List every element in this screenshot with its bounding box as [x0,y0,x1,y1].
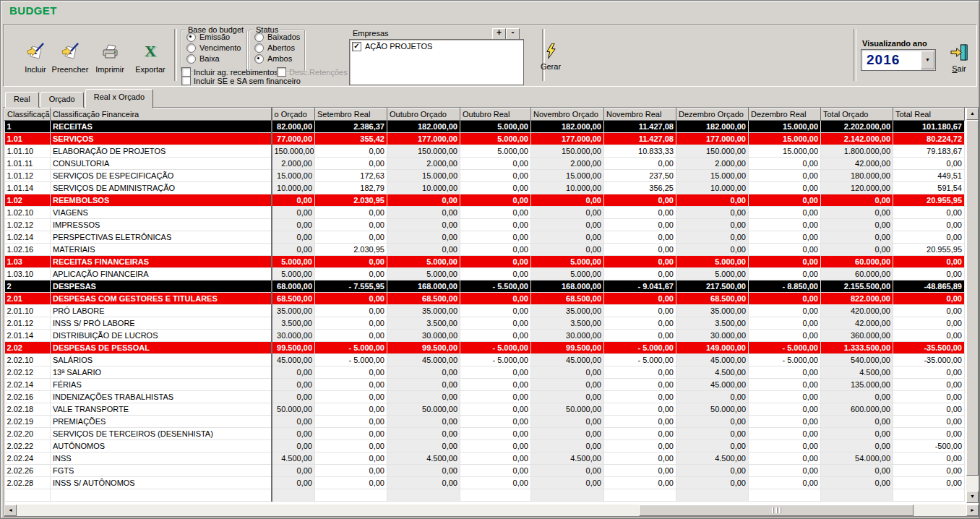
table-row[interactable]: 2.02.14FÉRIAS0,000,000,000,000,000,0045.… [5,379,965,391]
column-header-outubro-real[interactable]: Outubro Real [460,108,531,121]
cell-setembro-real: 0,00 [315,366,387,379]
cell-name: INDENIZAÇÕES TRABALHISTAS [51,391,272,403]
cell-outubro-real: 5.000,00 [460,145,531,158]
empresas-listbox[interactable]: AÇÃO PROJETOS [349,39,524,85]
cell-dezembro-real: 0,00 [749,317,821,330]
column-header-novembro-orcado[interactable]: Novembro Orçado [531,108,604,121]
checkbox-incluir-se-sa[interactable]: Incluir SE e SA sem financeiro [181,76,301,85]
table-row[interactable]: 2.01.12INSS S/ PRÓ LABORE3.500,000,003.5… [5,317,965,330]
table-row[interactable]: 1.01SERVIÇOS77.000,00355,42177.000,005.0… [5,133,965,145]
table-row[interactable]: 2.02.1213ª SALARIO0,000,000,000,000,000,… [5,366,965,379]
table-row[interactable]: 2.02.28INSS S/ AUTÔNOMOS0,000,000,000,00… [5,477,965,489]
cell-setembro-orcado: 77.000,00 [272,133,315,145]
table-row[interactable]: 2.02.26FGTS0,000,000,000,000,000,000,000… [5,465,965,477]
radio-baixa[interactable]: Baixa [186,54,246,63]
preencher-button[interactable]: Preencher [48,42,92,77]
cell-name: PRÓ LABORE [51,305,272,317]
tab-orcado[interactable]: Orçado [40,92,84,108]
table-row[interactable]: 1.01.12SERVIÇOS DE ESPECIFICAÇÃO15.000,0… [5,170,965,182]
cell-total-orcado: 360.000,00 [821,330,893,342]
column-header-outubro-orcado[interactable]: Outubro Orçado [387,108,460,121]
table-row[interactable]: 1.02.10VIAGENS0,000,000,000,000,000,000,… [5,207,965,219]
cell-outubro-real: 0,00 [460,244,531,256]
list-item-empresa[interactable]: AÇÃO PROJETOS [352,41,521,51]
empresas-add-button[interactable]: + [492,28,506,40]
column-header-novembro-real[interactable]: Novembro Real [604,108,676,121]
table-row[interactable]: 2.02.22AUTÔNOMOS0,000,000,000,000,000,00… [5,440,965,452]
column-header-setembro-real[interactable]: Setembro Real [315,108,387,121]
vertical-scrollbar[interactable]: ▲ ▼ [966,108,979,503]
table-row[interactable]: 1.02.12IMPRESSOS0,000,000,000,000,000,00… [5,219,965,231]
cell-novembro-real: 0,00 [604,416,676,428]
chevron-down-icon[interactable]: ▼ [921,51,934,69]
cell-total-real: 0,00 [893,391,965,403]
table-row[interactable]: 1.03RECEITAS FINANCEIRAS5.000,000,005.00… [5,256,965,268]
cell-outubro-real: 0,00 [460,366,531,379]
cell-setembro-real: 0,00 [315,145,387,158]
cell-dezembro-orcado: 68.500,00 [676,293,749,305]
cell-outubro-real: 0,00 [460,317,531,330]
column-header-dezembro-orcado[interactable]: Dezembro Orçado [676,108,749,121]
tab-real[interactable]: Real [5,92,39,108]
table-row[interactable]: 1RECEITAS82.000,002.386,37182.000,005.00… [5,121,965,133]
scroll-left-icon[interactable]: ◄ [4,505,17,516]
table-row[interactable]: 2.02.19PREMIAÇÕES0,000,000,000,000,000,0… [5,416,965,428]
cell-setembro-orcado: 0,00 [272,366,315,379]
column-header-classificacao[interactable]: Classificação [5,108,51,121]
table-row[interactable]: 2.01.14DISTRIBUIÇÃO DE LUCROS30.000,000,… [5,330,965,342]
table-row[interactable]: 1.03.10APLICAÇÃO FINANCEIRA5.000,000,005… [5,268,965,280]
year-combobox[interactable]: 2016 ▼ [861,49,936,71]
table-row[interactable]: 1.02.14PERSPECTIVAS ELETRÔNICAS0,000,000… [5,231,965,244]
vscroll-thumb[interactable] [966,120,979,476]
imprimir-button[interactable]: Imprimir [88,42,132,77]
table-row[interactable]: 2.02.20SERVIÇOS DE TERCEIROS (DESENHISTA… [5,428,965,440]
exportar-button[interactable]: X X Exportar [129,42,172,77]
table-row[interactable]: 2.02.18VALE TRANSPORTE50.000,000,0050.00… [5,403,965,416]
table-row[interactable]: 1.02.16MATERIAIS0,002.030,950,000,000,00… [5,244,965,256]
column-header-dezembro-real[interactable]: Dezembro Real [749,108,821,121]
scroll-up-icon[interactable]: ▲ [966,108,979,120]
cell-setembro-real: 172,63 [315,170,387,182]
horizontal-scrollbar[interactable]: ◄ ► [4,505,979,516]
empresas-remove-button[interactable]: - [506,28,520,40]
table-row[interactable]: 1.01.14SERVIÇOS DE ADMINISTRAÇÃO10.000,0… [5,182,965,194]
cell-name: INSS S/ PRÓ LABORE [51,317,272,330]
cell-novembro-real: 0,00 [604,403,676,416]
scroll-down-icon[interactable]: ▼ [966,491,979,503]
cell-novembro-orcado: 5.000,00 [531,256,604,268]
cell-dezembro-real: 0,00 [749,293,821,305]
table-row[interactable]: 1.02REEMBOLSOS0,002.030,950,000,000,000,… [5,194,965,207]
cell-outubro-orcado: 99.500,00 [387,342,460,354]
table-row[interactable]: 1.01.11CONSULTORIA2.000,000,002.000,000,… [5,158,965,170]
table-row[interactable]: 2.01DESPESAS COM GESTORES E TITULARES68.… [5,293,965,305]
page-title: BUDGET [9,4,57,17]
cell-setembro-orcado: 35.000,00 [272,305,315,317]
table-row[interactable]: 2.02.16INDENIZAÇÕES TRABALHISTAS0,000,00… [5,391,965,403]
cell-dezembro-real: 0,00 [749,158,821,170]
scroll-right-icon[interactable]: ► [966,505,979,516]
table-row[interactable]: 2DESPESAS68.000,00- 7.555,95168.000,00- … [5,280,965,293]
column-header-total-real[interactable]: Total Real [893,108,965,121]
tab-real-x-orcado[interactable]: Real x Orçado [85,89,153,108]
table-row[interactable]: 2.02.10SALÁRIOS45.000,00- 5.000,0045.000… [5,354,965,366]
sair-button[interactable]: Sair [942,43,976,73]
radio-vencimento[interactable]: Vencimento [186,43,246,52]
column-header-classificacao-financeira[interactable]: Classificação Financeira [51,108,272,121]
gerar-button[interactable]: Gerar [535,43,567,71]
column-header-setembro-orcado[interactable]: o Orçado [272,108,315,121]
table-row[interactable]: 1.01.10ELABORAÇÃO DE PROJETOS150.000,000… [5,145,965,158]
cell-setembro-real: 355,42 [315,133,387,145]
radio-abertos[interactable]: Abertos [254,43,304,52]
table-row[interactable]: 2.02DESPESAS DE PESSOAL99.500,00- 5.000,… [5,342,965,354]
hscroll-thumb[interactable] [639,505,914,516]
cell-name: INSS [51,452,272,465]
scrollbar-grip-icon [772,507,781,513]
radio-ambos[interactable]: Ambos [254,54,304,63]
excel-icon: X X [141,42,160,63]
table-row[interactable]: 2.01.10PRÓ LABORE35.000,000,0035.000,000… [5,305,965,317]
cell-setembro-real: - 5.000,00 [315,342,387,354]
table-row[interactable]: 2.02.24INSS4.500,000,004.500,000,004.500… [5,452,965,465]
cell-name: AUTÔNOMOS [51,440,272,452]
column-header-total-orcado[interactable]: Total Orçado [821,108,893,121]
cell-outubro-real: 0,00 [460,428,531,440]
